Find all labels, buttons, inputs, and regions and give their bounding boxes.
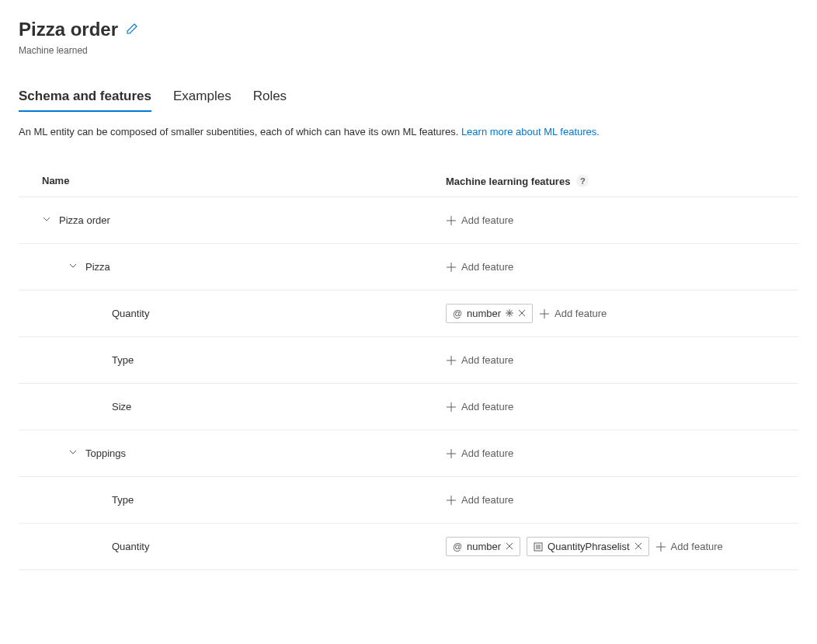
entity-name[interactable]: Quantity xyxy=(112,541,149,552)
add-feature-button[interactable]: Add feature xyxy=(655,541,723,552)
features-cell: Add feature xyxy=(446,401,513,413)
add-feature-label: Add feature xyxy=(461,401,513,413)
add-feature-label: Add feature xyxy=(461,447,513,459)
features-cell: @numberQuantityPhraselistAdd feature xyxy=(446,537,723,556)
entity-name[interactable]: Type xyxy=(112,354,134,366)
table-row: SizeAdd feature xyxy=(19,384,798,430)
chevron-down-icon[interactable] xyxy=(68,447,85,459)
table-row: ToppingsAdd feature xyxy=(19,430,798,477)
required-icon[interactable] xyxy=(506,308,513,319)
table-header: Name Machine learning features ? xyxy=(19,165,798,197)
tab-schema-and-features[interactable]: Schema and features xyxy=(19,89,151,112)
features-cell: Add feature xyxy=(446,354,513,366)
add-feature-button[interactable]: Add feature xyxy=(446,494,513,506)
entity-name[interactable]: Size xyxy=(112,401,131,413)
chevron-down-icon[interactable] xyxy=(42,214,59,226)
add-feature-label: Add feature xyxy=(461,214,513,226)
close-icon[interactable] xyxy=(506,541,513,552)
entity-type-label: Machine learned xyxy=(19,45,798,56)
close-icon[interactable] xyxy=(518,308,526,319)
add-feature-label: Add feature xyxy=(461,354,513,366)
add-feature-button[interactable]: Add feature xyxy=(539,308,607,319)
add-feature-label: Add feature xyxy=(671,541,723,552)
learn-more-link[interactable]: Learn more about ML features. xyxy=(461,126,600,138)
table-row: PizzaAdd feature xyxy=(19,244,798,291)
features-cell: Add feature xyxy=(446,261,513,273)
feature-chip-label: QuantityPhraselist xyxy=(548,541,630,552)
feature-chip[interactable]: @number xyxy=(446,537,520,556)
entity-name[interactable]: Quantity xyxy=(112,308,149,319)
entity-name[interactable]: Pizza order xyxy=(59,214,110,226)
description-text: An ML entity can be composed of smaller … xyxy=(19,126,461,138)
add-feature-button[interactable]: Add feature xyxy=(446,261,513,273)
description: An ML entity can be composed of smaller … xyxy=(19,126,798,138)
features-cell: Add feature xyxy=(446,214,513,226)
column-header-features[interactable]: Machine learning features xyxy=(446,176,570,187)
table-row: Pizza orderAdd feature xyxy=(19,197,798,244)
tabs: Schema and featuresExamplesRoles xyxy=(19,89,798,112)
add-feature-label: Add feature xyxy=(461,494,513,506)
help-icon[interactable]: ? xyxy=(576,175,589,187)
tab-roles[interactable]: Roles xyxy=(253,89,287,112)
add-feature-button[interactable]: Add feature xyxy=(446,401,513,413)
table-row: Quantity@numberQuantityPhraselistAdd fea… xyxy=(19,524,798,570)
add-feature-label: Add feature xyxy=(555,308,607,319)
entity-name[interactable]: Pizza xyxy=(85,261,110,273)
feature-chip-label: number xyxy=(467,308,501,319)
add-feature-button[interactable]: Add feature xyxy=(446,354,513,366)
close-icon[interactable] xyxy=(634,541,642,552)
table-row: TypeAdd feature xyxy=(19,337,798,384)
features-cell: @numberAdd feature xyxy=(446,304,607,323)
page-title: Pizza order xyxy=(19,19,118,40)
entity-name[interactable]: Type xyxy=(112,494,134,506)
feature-chip[interactable]: QuantityPhraselist xyxy=(527,537,649,556)
add-feature-button[interactable]: Add feature xyxy=(446,214,513,226)
entity-name[interactable]: Toppings xyxy=(85,447,126,459)
add-feature-label: Add feature xyxy=(461,261,513,273)
feature-chip-label: number xyxy=(467,541,501,552)
edit-icon[interactable] xyxy=(126,23,138,37)
feature-chip[interactable]: @number xyxy=(446,304,533,323)
features-cell: Add feature xyxy=(446,447,513,459)
add-feature-button[interactable]: Add feature xyxy=(446,447,513,459)
tab-examples[interactable]: Examples xyxy=(173,89,231,112)
entity-table: Name Machine learning features ? Pizza o… xyxy=(19,165,798,570)
column-header-name[interactable]: Name xyxy=(42,175,446,187)
chevron-down-icon[interactable] xyxy=(68,261,85,273)
table-row: TypeAdd feature xyxy=(19,477,798,524)
table-row: Quantity@numberAdd feature xyxy=(19,291,798,337)
features-cell: Add feature xyxy=(446,494,513,506)
